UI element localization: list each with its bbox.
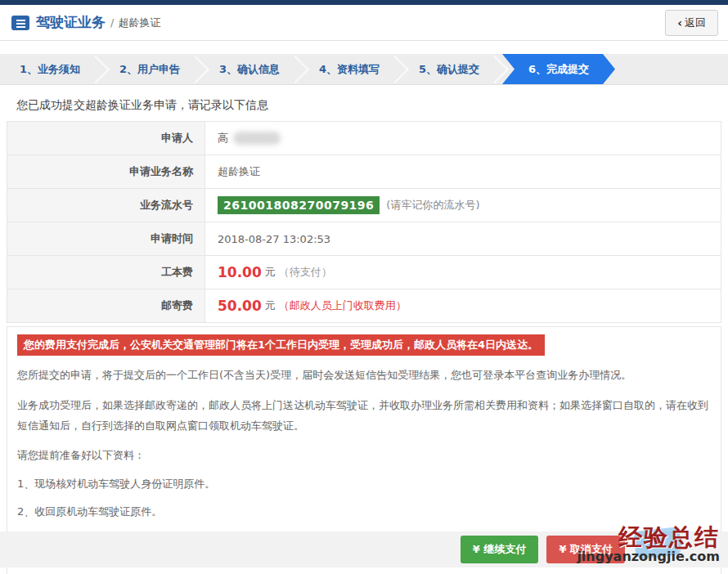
table-row-applicant: 申请人 高 bbox=[7, 122, 721, 155]
production-fee-amount: 10.00 bbox=[218, 264, 262, 280]
production-fee-note: （待支付） bbox=[279, 265, 332, 280]
row-label: 申请人 bbox=[7, 122, 205, 155]
table-row-business-name: 申请业务名称 超龄换证 bbox=[7, 155, 721, 189]
step-label: 4、资料填写 bbox=[319, 62, 380, 77]
row-label: 业务流水号 bbox=[7, 189, 205, 222]
fee-unit: 元 bbox=[265, 265, 276, 280]
notice-paragraph: 您所提交的申请，将于提交后的一个工作日(不含当天)受理，届时会发送短信告知受理结… bbox=[17, 365, 711, 385]
step-separator-chevron bbox=[481, 56, 509, 83]
row-value: 2018-08-27 13:02:53 bbox=[205, 222, 721, 255]
business-name-value: 超龄换证 bbox=[218, 164, 260, 179]
notice-list-item: 2、收回原机动车驾驶证原件。 bbox=[17, 501, 711, 522]
breadcrumb-separator: / bbox=[110, 16, 114, 29]
back-button-label: 返回 bbox=[685, 16, 706, 30]
notice-paragraph: 请您提前准备好以下资料： bbox=[17, 445, 711, 465]
row-value: 10.00 元 （待支付） bbox=[205, 256, 721, 289]
row-label: 邮寄费 bbox=[7, 289, 205, 322]
step-bar-filler bbox=[615, 54, 728, 84]
step-label: 2、用户申告 bbox=[119, 62, 180, 77]
redacted-name-blur bbox=[233, 132, 281, 145]
page-title: 驾驶证业务 bbox=[36, 13, 106, 32]
continue-payment-button[interactable]: ¥ 继续支付 bbox=[461, 536, 539, 563]
cancel-payment-button[interactable]: ¥ 取消支付 bbox=[546, 536, 625, 563]
table-row-production-fee: 工本费 10.00 元 （待支付） bbox=[7, 256, 721, 289]
serial-number-note: (请牢记你的流水号) bbox=[386, 198, 479, 213]
step-label: 5、确认提交 bbox=[419, 62, 479, 77]
license-business-icon bbox=[11, 16, 29, 30]
applicant-name: 高 bbox=[218, 131, 228, 146]
step-wizard: 1、业务须知 2、用户申告 3、确认信息 4、资料填写 5、确认提交 6、完成提… bbox=[0, 54, 728, 85]
table-row-postage-fee: 邮寄费 50.00 元 （邮政人员上门收取费用） bbox=[7, 289, 721, 323]
row-value: 50.00 元 （邮政人员上门收取费用） bbox=[205, 289, 721, 322]
apply-time-value: 2018-08-27 13:02:53 bbox=[218, 233, 330, 245]
step-5-confirm-submit[interactable]: 5、确认提交 bbox=[399, 54, 499, 84]
footer-action-bar: ¥ 继续支付 ¥ 取消支付 bbox=[0, 531, 728, 567]
chevron-left-icon: ‹ bbox=[677, 16, 682, 29]
breadcrumb-current: 超龄换证 bbox=[118, 16, 160, 30]
step-label: 3、确认信息 bbox=[219, 62, 280, 77]
back-button[interactable]: ‹ 返回 bbox=[665, 10, 718, 36]
row-value: 超龄换证 bbox=[205, 155, 721, 188]
step-label: 1、业务须知 bbox=[20, 62, 80, 77]
postage-fee-note: （邮政人员上门收取费用） bbox=[279, 298, 407, 313]
step-1-business-notice[interactable]: 1、业务须知 bbox=[0, 54, 100, 84]
row-value: 高 bbox=[205, 122, 721, 155]
step-4-fill-materials[interactable]: 4、资料填写 bbox=[299, 54, 399, 84]
page-header: 驾驶证业务 / 超龄换证 ‹ 返回 bbox=[0, 5, 728, 41]
notice-paragraph: 业务成功受理后，如果选择邮政寄递的，邮政人员将上门送达机动车驾驶证，并收取办理业… bbox=[17, 395, 711, 437]
fee-unit: 元 bbox=[265, 298, 276, 313]
success-message: 您已成功提交超龄换证业务申请，请记录以下信息 bbox=[16, 98, 721, 113]
application-info-table: 申请人 高 申请业务名称 超龄换证 业务流水号 2610018082700791… bbox=[7, 121, 721, 323]
row-label: 申请业务名称 bbox=[7, 155, 205, 188]
payment-deadline-banner: 您的费用支付完成后，公安机关交通管理部门将在1个工作日内受理，受理成功后，邮政人… bbox=[17, 334, 545, 356]
step-2-user-declaration[interactable]: 2、用户申告 bbox=[100, 54, 200, 84]
postage-fee-amount: 50.00 bbox=[218, 298, 262, 314]
step-6-complete-submit-active[interactable]: 6、完成提交 bbox=[502, 54, 615, 84]
row-label: 申请时间 bbox=[7, 222, 205, 255]
notice-list-item: 1、现场核对机动车驾驶人身份证明原件。 bbox=[17, 473, 711, 494]
step-label: 6、完成提交 bbox=[528, 62, 589, 77]
step-3-confirm-info[interactable]: 3、确认信息 bbox=[200, 54, 299, 84]
table-row-apply-time: 申请时间 2018-08-27 13:02:53 bbox=[7, 222, 721, 256]
serial-number-badge: 261001808270079196 bbox=[218, 196, 380, 214]
row-label: 工本费 bbox=[7, 256, 205, 289]
row-value: 261001808270079196 (请牢记你的流水号) bbox=[205, 189, 721, 222]
table-row-serial-number: 业务流水号 261001808270079196 (请牢记你的流水号) bbox=[7, 189, 721, 222]
